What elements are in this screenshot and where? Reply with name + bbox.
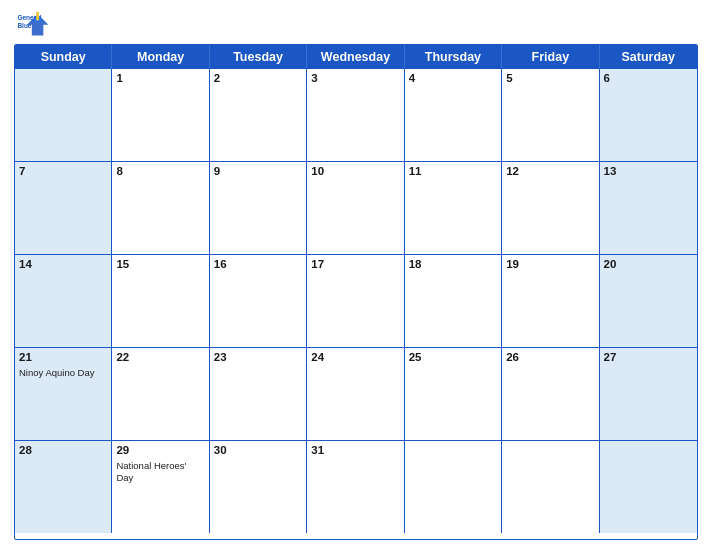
calendar-cell-18: 18 (405, 255, 502, 347)
calendar-cell-19: 19 (502, 255, 599, 347)
weekday-header-sunday: Sunday (15, 45, 112, 69)
logo-icon: General Blue (16, 10, 52, 38)
day-number: 3 (311, 72, 399, 86)
day-number: 15 (116, 258, 204, 272)
calendar-cell-13: 13 (600, 162, 697, 254)
day-number: 14 (19, 258, 107, 272)
day-number: 27 (604, 351, 693, 365)
calendar-cell-empty-4-5 (502, 441, 599, 533)
weekday-header-thursday: Thursday (405, 45, 502, 69)
calendar-cell-7: 7 (15, 162, 112, 254)
day-number: 21 (19, 351, 107, 365)
weekday-header-friday: Friday (502, 45, 599, 69)
calendar-week-1: 123456 (15, 69, 697, 162)
calendar-cell-26: 26 (502, 348, 599, 440)
day-number: 31 (311, 444, 399, 458)
calendar-cell-17: 17 (307, 255, 404, 347)
calendar-cell-10: 10 (307, 162, 404, 254)
day-number: 1 (116, 72, 204, 86)
day-number: 25 (409, 351, 497, 365)
calendar-cell-empty-4-6 (600, 441, 697, 533)
calendar-cell-28: 28 (15, 441, 112, 533)
day-number: 30 (214, 444, 302, 458)
day-number: 29 (116, 444, 204, 458)
calendar-cell-1: 1 (112, 69, 209, 161)
calendar-cell-31: 31 (307, 441, 404, 533)
calendar-cell-23: 23 (210, 348, 307, 440)
calendar-cell-21: 21Ninoy Aquino Day (15, 348, 112, 440)
calendar-week-2: 78910111213 (15, 162, 697, 255)
weekday-header-wednesday: Wednesday (307, 45, 404, 69)
day-number: 6 (604, 72, 693, 86)
calendar-cell-22: 22 (112, 348, 209, 440)
weekday-header-tuesday: Tuesday (210, 45, 307, 69)
day-number: 19 (506, 258, 594, 272)
day-number: 11 (409, 165, 497, 179)
calendar-cell-12: 12 (502, 162, 599, 254)
calendar-cell-3: 3 (307, 69, 404, 161)
calendar-cell-24: 24 (307, 348, 404, 440)
calendar-cell-15: 15 (112, 255, 209, 347)
calendar-event: Ninoy Aquino Day (19, 367, 107, 379)
day-number: 4 (409, 72, 497, 86)
weekday-header-monday: Monday (112, 45, 209, 69)
day-number: 7 (19, 165, 107, 179)
calendar-week-4: 21Ninoy Aquino Day222324252627 (15, 348, 697, 441)
day-number: 8 (116, 165, 204, 179)
calendar-cell-2: 2 (210, 69, 307, 161)
logo-area: General Blue (16, 10, 52, 38)
calendar-cell-20: 20 (600, 255, 697, 347)
day-number: 20 (604, 258, 693, 272)
calendar-cell-11: 11 (405, 162, 502, 254)
day-number: 22 (116, 351, 204, 365)
day-number: 26 (506, 351, 594, 365)
calendar-cell-4: 4 (405, 69, 502, 161)
day-number: 13 (604, 165, 693, 179)
svg-rect-5 (36, 12, 39, 21)
calendar-body: 123456789101112131415161718192021Ninoy A… (15, 69, 697, 533)
calendar-cell-empty-0-0 (15, 69, 112, 161)
day-number: 18 (409, 258, 497, 272)
calendar-cell-5: 5 (502, 69, 599, 161)
calendar-header-row: SundayMondayTuesdayWednesdayThursdayFrid… (15, 45, 697, 69)
calendar-cell-16: 16 (210, 255, 307, 347)
day-number: 9 (214, 165, 302, 179)
day-number: 28 (19, 444, 107, 458)
calendar-week-5: 2829National Heroes' Day3031 (15, 441, 697, 533)
day-number: 12 (506, 165, 594, 179)
calendar-cell-25: 25 (405, 348, 502, 440)
calendar-cell-6: 6 (600, 69, 697, 161)
day-number: 10 (311, 165, 399, 179)
day-number: 17 (311, 258, 399, 272)
day-number: 24 (311, 351, 399, 365)
weekday-header-saturday: Saturday (600, 45, 697, 69)
page: General Blue SundayMondayTuesdayWednesda… (0, 0, 712, 550)
calendar-cell-8: 8 (112, 162, 209, 254)
day-number: 2 (214, 72, 302, 86)
calendar-cell-14: 14 (15, 255, 112, 347)
day-number: 5 (506, 72, 594, 86)
calendar-cell-30: 30 (210, 441, 307, 533)
calendar-cell-9: 9 (210, 162, 307, 254)
calendar: SundayMondayTuesdayWednesdayThursdayFrid… (14, 44, 698, 540)
calendar-event: National Heroes' Day (116, 460, 204, 484)
calendar-cell-empty-4-4 (405, 441, 502, 533)
day-number: 16 (214, 258, 302, 272)
calendar-week-3: 14151617181920 (15, 255, 697, 348)
calendar-cell-27: 27 (600, 348, 697, 440)
day-number: 23 (214, 351, 302, 365)
header: General Blue (14, 10, 698, 38)
calendar-cell-29: 29National Heroes' Day (112, 441, 209, 533)
